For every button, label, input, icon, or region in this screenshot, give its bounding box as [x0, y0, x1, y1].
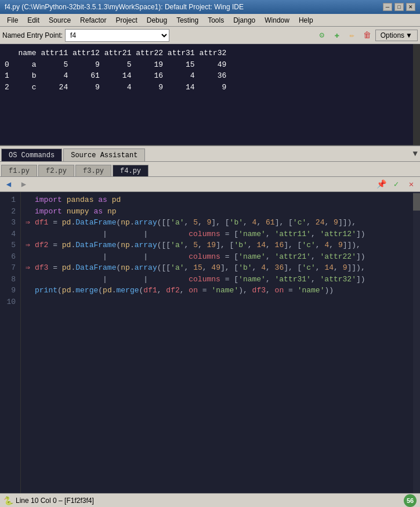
menu-help[interactable]: Help: [294, 15, 318, 26]
status-python-icon: 🐍: [3, 496, 13, 505]
menu-debug[interactable]: Debug: [142, 15, 172, 26]
code-line-3: ⇒ df1 = pd.DataFrame(np.array([['a', 5, …: [26, 217, 415, 229]
code-line-1: import pandas as pd: [26, 194, 415, 206]
arrow-marker-3: ⇒: [26, 217, 32, 229]
code-line-4: | | columns = ['name', 'attr11', 'attr12…: [26, 229, 415, 240]
menu-testing[interactable]: Testing: [172, 15, 203, 26]
menu-project[interactable]: Project: [111, 15, 142, 26]
editor-toolbar: ◀ ▶ 📌 ✓ ✕: [0, 177, 420, 192]
arrow-marker-7: ⇒: [26, 262, 32, 274]
tab-os-commands[interactable]: OS Commands: [1, 149, 62, 161]
statusbar: 🐍 Line 10 Col 0 – [F1f2f3f4] 56: [0, 493, 420, 507]
titlebar-controls: ─ □ ✕: [383, 3, 415, 11]
nav-back-button[interactable]: ◀: [3, 179, 14, 190]
titlebar-title: f4.py (C:\WinPython-32bit-3.5.1.3\myWork…: [5, 3, 244, 11]
menu-refactor[interactable]: Refactor: [75, 15, 111, 26]
output-row-2: 2 c 24 9 4 9 14 9: [5, 83, 415, 95]
menu-tools[interactable]: Tools: [203, 15, 229, 26]
toolbar: Named Entry Point: f4 ⚙ ✚ ✏ 🗑 Options ▼: [0, 27, 420, 44]
output-row-0: 0 a 5 9 5 19 15 49: [5, 60, 415, 72]
code-line-2: import numpy as np: [26, 206, 415, 218]
line-numbers: 1 2 3 4 5 6 7 8 9 10: [0, 192, 21, 493]
code-line-8: | | columns = ['name', 'attr31', 'attr32…: [26, 274, 415, 285]
menu-source[interactable]: Source: [44, 15, 75, 26]
output-scrollbar[interactable]: [413, 44, 420, 145]
named-entry-container: Named Entry Point: f4: [2, 29, 169, 42]
menu-edit[interactable]: Edit: [23, 15, 44, 26]
edit-icon[interactable]: ✏: [346, 30, 358, 41]
gear-icon[interactable]: ⚙: [316, 30, 328, 41]
menubar: File Edit Source Refactor Project Debug …: [0, 14, 420, 27]
bottom-tab-bar: OS Commands Source Assistant ▼: [0, 146, 420, 162]
tab-f2py[interactable]: f2.py: [38, 165, 74, 176]
output-header: name attr11 attr12 attr21 attr22 attr31 …: [5, 49, 415, 60]
nav-forward-button[interactable]: ▶: [19, 179, 29, 190]
close-button[interactable]: ✕: [406, 3, 415, 11]
tab-f4py[interactable]: f4.py: [113, 165, 149, 176]
titlebar: f4.py (C:\WinPython-32bit-3.5.1.3\myWork…: [0, 0, 420, 14]
tab-source-assistant[interactable]: Source Assistant: [63, 149, 145, 161]
code-editor: 1 2 3 4 5 6 7 8 9 10 import pandas as pd…: [0, 192, 420, 493]
code-line-9: print(pd.merge(pd.merge(df1, df2, on = '…: [26, 285, 415, 296]
output-row-1: 1 b 4 61 14 16 4 36: [5, 71, 415, 83]
status-indicator: 56: [404, 494, 417, 507]
toolbar-icons: ⚙ ✚ ✏ 🗑: [316, 30, 373, 41]
scrollbar-thumb[interactable]: [413, 193, 420, 211]
options-button[interactable]: Options ▼: [375, 30, 418, 41]
add-icon[interactable]: ✚: [331, 30, 343, 41]
editor-tab-bar: f1.py f2.py f3.py f4.py: [0, 162, 420, 177]
code-line-5: ⇒ df2 = pd.DataFrame(np.array([['a', 5, …: [26, 240, 415, 251]
maximize-button[interactable]: □: [394, 3, 404, 11]
close-editor-icon[interactable]: ✕: [406, 179, 417, 190]
editor-scrollbar[interactable]: [413, 192, 420, 493]
tab-f3py[interactable]: f3.py: [75, 165, 111, 176]
delete-icon[interactable]: 🗑: [361, 30, 373, 41]
arrow-marker-5: ⇒: [26, 240, 32, 251]
tab-f1py[interactable]: f1.py: [1, 165, 37, 176]
tab-dropdown-arrow[interactable]: ▼: [413, 149, 418, 158]
code-line-7: ⇒ df3 = pd.DataFrame(np.array([['a', 15,…: [26, 262, 415, 274]
status-text: Line 10 Col 0 – [F1f2f3f4]: [16, 497, 94, 505]
check-icon[interactable]: ✓: [391, 179, 401, 190]
menu-django[interactable]: Django: [229, 15, 260, 26]
menu-window[interactable]: Window: [260, 15, 294, 26]
options-dropdown-icon: ▼: [405, 31, 412, 39]
menu-file[interactable]: File: [2, 15, 23, 26]
code-line-10: [26, 296, 415, 308]
output-content: name attr11 attr12 attr21 attr22 attr31 …: [5, 49, 415, 140]
pin-icon[interactable]: 📌: [376, 179, 386, 190]
named-entry-select[interactable]: f4: [65, 29, 169, 42]
named-entry-label: Named Entry Point:: [2, 31, 63, 39]
code-line-6: | | columns = ['name', 'attr21', 'attr22…: [26, 251, 415, 263]
output-panel: name attr11 attr12 attr21 attr22 attr31 …: [0, 44, 420, 146]
minimize-button[interactable]: ─: [383, 3, 392, 11]
code-content[interactable]: import pandas as pd import numpy as np ⇒…: [21, 192, 420, 493]
